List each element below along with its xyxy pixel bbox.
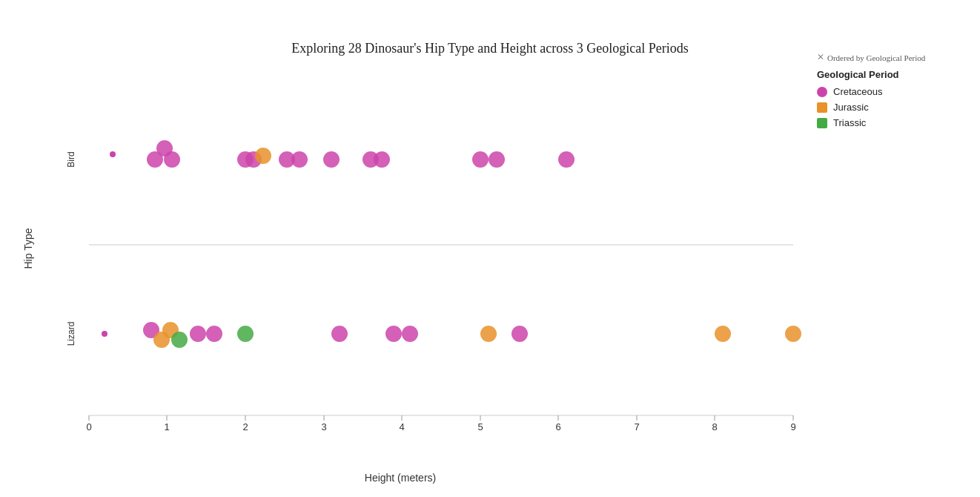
lizard-point: [171, 332, 188, 348]
bird-point: [489, 151, 505, 168]
x-axis: 0 1 2 3 4 5 6 7 8 9: [86, 421, 795, 432]
lizard-point: [511, 326, 528, 342]
lizard-point: [331, 326, 348, 342]
chart-container: Exploring 28 Dinosaur's Hip Type and Hei…: [0, 0, 980, 497]
svg-text:4: 4: [399, 421, 404, 432]
y-axis-labels: Bird Lizard: [66, 151, 76, 346]
svg-text:5: 5: [477, 421, 483, 432]
bird-point: [558, 151, 575, 168]
legend-area: ✕ Ordered by Geological Period Geologica…: [817, 52, 965, 133]
lizard-point: [102, 331, 107, 337]
legend-title: Geological Period: [817, 69, 965, 80]
bird-point: [374, 151, 390, 168]
legend-label-cretaceous: Cretaceous: [833, 86, 882, 97]
filter-label: Ordered by Geological Period: [827, 53, 925, 62]
legend-item-jurassic[interactable]: Jurassic: [817, 102, 965, 113]
lizard-point: [402, 326, 418, 342]
bird-point: [291, 151, 308, 168]
svg-text:1: 1: [164, 421, 169, 432]
bird-point: [472, 151, 489, 168]
svg-text:6: 6: [555, 421, 560, 432]
bird-point: [164, 151, 180, 168]
bird-point: [323, 151, 340, 168]
lizard-point: [190, 326, 206, 342]
legend-label-jurassic: Jurassic: [833, 102, 869, 113]
svg-text:9: 9: [790, 421, 795, 432]
triassic-icon: [817, 118, 827, 128]
bird-point: [255, 148, 271, 164]
svg-text:2: 2: [242, 421, 248, 432]
svg-text:3: 3: [321, 421, 326, 432]
lizard-point: [480, 326, 497, 342]
close-icon[interactable]: ✕: [817, 52, 824, 63]
lizard-point: [785, 326, 801, 342]
lizard-point: [715, 326, 731, 342]
legend-label-triassic: Triassic: [833, 117, 866, 128]
legend-filter: ✕ Ordered by Geological Period: [817, 52, 965, 63]
y-axis-label: Hip Type: [22, 228, 34, 269]
x-axis-label: Height (meters): [365, 472, 436, 484]
legend-item-triassic[interactable]: Triassic: [817, 117, 965, 128]
jurassic-icon: [817, 102, 827, 113]
lizard-point: [237, 326, 254, 342]
svg-text:Lizard: Lizard: [66, 322, 76, 346]
plot-svg: 0 1 2 3 4 5 6 7 8 9 Bird Liz: [52, 74, 808, 452]
svg-text:0: 0: [86, 421, 91, 432]
svg-text:Bird: Bird: [66, 151, 76, 167]
bird-point: [110, 151, 116, 157]
svg-text:8: 8: [712, 421, 717, 432]
lizard-point: [385, 326, 402, 342]
legend-item-cretaceous[interactable]: Cretaceous: [817, 86, 965, 97]
lizard-point: [206, 326, 222, 342]
svg-text:7: 7: [634, 421, 639, 432]
cretaceous-icon: [817, 87, 827, 97]
